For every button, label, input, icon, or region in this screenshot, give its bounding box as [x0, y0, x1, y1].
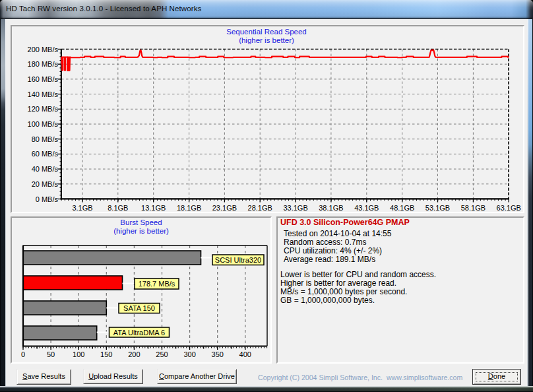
svg-text:0 MB/s: 0 MB/s [36, 195, 59, 203]
svg-text:160 MB/s: 160 MB/s [28, 75, 59, 83]
svg-text:350: 350 [212, 350, 224, 358]
svg-text:ATA UltraDMA 6: ATA UltraDMA 6 [113, 329, 165, 337]
svg-text:40 MB/s: 40 MB/s [32, 165, 59, 173]
svg-text:100 MB/s: 100 MB/s [28, 120, 59, 128]
svg-text:13.1GB: 13.1GB [141, 204, 166, 212]
svg-text:120 MB/s: 120 MB/s [28, 105, 59, 113]
svg-text:100: 100 [73, 350, 84, 358]
svg-text:200 MB/s: 200 MB/s [28, 46, 59, 53]
svg-text:150: 150 [100, 350, 112, 358]
svg-text:38.1GB: 38.1GB [319, 204, 343, 212]
svg-text:33.1GB: 33.1GB [283, 204, 307, 212]
svg-text:0: 0 [21, 350, 25, 358]
svg-text:18.1GB: 18.1GB [177, 204, 201, 212]
svg-text:58.1GB: 58.1GB [461, 204, 486, 212]
svg-text:60 MB/s: 60 MB/s [32, 150, 59, 158]
svg-text:63.1GB: 63.1GB [497, 204, 521, 212]
svg-text:23.1GB: 23.1GB [212, 204, 237, 212]
svg-text:8.1GB: 8.1GB [108, 204, 128, 212]
svg-text:50: 50 [47, 350, 55, 358]
svg-text:43.1GB: 43.1GB [354, 204, 379, 212]
svg-text:400: 400 [239, 350, 251, 358]
svg-text:20 MB/s: 20 MB/s [32, 180, 59, 188]
svg-text:28.1GB: 28.1GB [248, 204, 272, 212]
svg-text:53.1GB: 53.1GB [425, 204, 450, 212]
svg-text:300: 300 [183, 350, 195, 358]
svg-text:180 MB/s: 180 MB/s [28, 60, 59, 68]
svg-text:140 MB/s: 140 MB/s [28, 90, 59, 98]
svg-text:SATA 150: SATA 150 [123, 304, 155, 312]
svg-text:SCSI Ultra320: SCSI Ultra320 [215, 256, 261, 264]
svg-text:200: 200 [128, 350, 140, 358]
svg-text:250: 250 [156, 350, 168, 358]
svg-text:48.1GB: 48.1GB [390, 204, 414, 212]
svg-text:3.1GB: 3.1GB [72, 204, 92, 212]
svg-text:80 MB/s: 80 MB/s [32, 135, 59, 143]
svg-text:178.7 MB/s: 178.7 MB/s [139, 280, 175, 288]
